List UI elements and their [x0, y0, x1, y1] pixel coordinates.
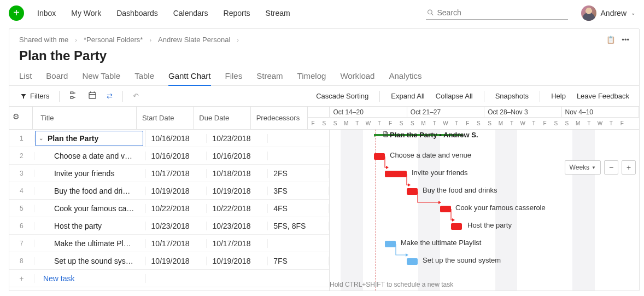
day-cell: S: [396, 118, 407, 130]
undo-icon[interactable]: ↶: [133, 92, 139, 100]
cell-due[interactable]: 10/16/2018: [207, 152, 268, 160]
col-predecessors[interactable]: Predecessors: [251, 107, 308, 129]
tab-stream[interactable]: Stream: [256, 71, 283, 85]
gear-icon[interactable]: ⚙: [13, 112, 20, 121]
more-icon[interactable]: •••: [622, 36, 629, 44]
table-row[interactable]: 6Host the party10/23/201810/23/20185FS, …: [9, 217, 329, 235]
cell-start[interactable]: 10/22/2018: [146, 204, 207, 213]
tab-newtable[interactable]: New Table: [82, 71, 120, 85]
cell-start[interactable]: 10/19/2018: [146, 257, 207, 265]
table-row[interactable]: 5Cook your famous ca…10/22/201810/22/201…: [9, 200, 329, 217]
cell-due[interactable]: 10/19/2018: [207, 257, 268, 265]
tab-analytics[interactable]: Analytics: [389, 71, 421, 85]
nav-calendars[interactable]: Calendars: [173, 9, 208, 18]
task-title[interactable]: Set up the sound sys…: [34, 257, 146, 265]
gantt-bar[interactable]: [374, 153, 385, 160]
title-cell[interactable]: ⌄Plan the Party: [35, 131, 143, 146]
gantt-toolbar: Filters ⇄ ↶ Cascade Sorting Expand All C…: [9, 86, 639, 107]
tab-timelog[interactable]: Timelog: [297, 71, 326, 85]
add-button[interactable]: +: [9, 5, 24, 21]
clipboard-icon[interactable]: 📋: [606, 36, 615, 44]
gantt-bar[interactable]: [407, 258, 418, 265]
task-title[interactable]: Buy the food and dri…: [34, 187, 146, 195]
search-input[interactable]: [437, 8, 567, 17]
tab-table[interactable]: Table: [134, 71, 154, 85]
zoom-out-button[interactable]: −: [604, 160, 618, 175]
add-row-icon[interactable]: +: [9, 274, 34, 283]
crumb-personal-folders[interactable]: *Personal Folders*: [84, 36, 143, 44]
cascade-sorting-button[interactable]: Cascade Sorting: [316, 92, 368, 100]
table-row[interactable]: 3Invite your friends10/17/201810/18/2018…: [9, 165, 329, 182]
gantt-canvas[interactable]: Plan the Party • Andrew S. Choose a date…: [330, 130, 639, 291]
cell-start[interactable]: 10/23/2018: [146, 222, 207, 230]
cell-start[interactable]: 10/19/2018: [146, 187, 207, 195]
cell-pred[interactable]: 2FS: [268, 169, 329, 178]
cell-due[interactable]: 10/18/2018: [207, 169, 268, 178]
table-row[interactable]: 1⌄Plan the Party10/16/201810/23/2018: [9, 130, 329, 147]
cell-pred[interactable]: 4FS: [268, 204, 329, 213]
help-button[interactable]: Help: [551, 92, 566, 100]
nav-reports[interactable]: Reports: [224, 9, 250, 18]
schedule-hint: Hold CTRL+SHIFT to schedule a new task: [330, 281, 453, 288]
col-title[interactable]: Title: [33, 107, 137, 129]
filters-button[interactable]: Filters: [20, 92, 49, 100]
main-panel: Shared with me› *Personal Folders*› Andr…: [9, 28, 640, 291]
snapshots-button[interactable]: Snapshots: [495, 92, 529, 100]
day-cell: T: [451, 118, 462, 130]
task-title[interactable]: Host the party: [34, 222, 146, 230]
nav-mywork[interactable]: My Work: [71, 9, 101, 18]
cell-start[interactable]: 10/16/2018: [146, 134, 207, 143]
table-row[interactable]: 7Make the ultimate Pl…10/17/201810/17/20…: [9, 235, 329, 252]
caret-down-icon[interactable]: ⌄: [39, 135, 43, 141]
col-start[interactable]: Start Date: [137, 107, 194, 129]
nav-inbox[interactable]: Inbox: [37, 9, 56, 18]
task-title[interactable]: Invite your friends: [34, 169, 146, 178]
new-task-link[interactable]: New task: [34, 274, 146, 283]
expand-tree-icon[interactable]: [69, 91, 78, 101]
gantt-bar[interactable]: [385, 171, 407, 177]
cell-due[interactable]: 10/23/2018: [207, 222, 268, 230]
cell-pred[interactable]: 3FS: [268, 187, 329, 195]
dependency-icon[interactable]: ⇄: [107, 92, 113, 100]
cell-due[interactable]: 10/23/2018: [207, 134, 268, 143]
feedback-button[interactable]: Leave Feedback: [577, 92, 629, 100]
user-menu[interactable]: Andrew ⌄: [581, 5, 635, 21]
day-cell: W: [518, 118, 529, 130]
cell-pred[interactable]: 7FS: [268, 257, 329, 265]
expand-all-button[interactable]: Expand All: [391, 92, 424, 100]
table-row[interactable]: 4Buy the food and dri…10/19/201810/19/20…: [9, 182, 329, 200]
divider: [540, 91, 540, 102]
crumb-shared[interactable]: Shared with me: [19, 36, 68, 44]
task-title[interactable]: Choose a date and v…: [34, 152, 146, 160]
cell-pred[interactable]: 5FS, 8FS: [268, 222, 329, 230]
task-title[interactable]: Cook your famous ca…: [34, 204, 146, 213]
tab-gantt[interactable]: Gantt Chart: [168, 71, 211, 86]
gantt-bar[interactable]: [407, 188, 418, 195]
tab-list[interactable]: List: [19, 71, 32, 85]
zoom-select[interactable]: Weeks ▼: [565, 160, 601, 175]
col-due[interactable]: Due Date: [194, 107, 250, 129]
tab-board[interactable]: Board: [46, 71, 68, 85]
nav-dashboards[interactable]: Dashboards: [116, 9, 158, 18]
cell-due[interactable]: 10/19/2018: [207, 187, 268, 195]
cell-start[interactable]: 10/17/2018: [146, 169, 207, 178]
table-row[interactable]: 8Set up the sound sys…10/19/201810/19/20…: [9, 252, 329, 270]
gantt-bar[interactable]: [440, 206, 451, 212]
calendar-icon[interactable]: [88, 91, 97, 101]
range-oct21: Oct 21–27: [407, 107, 484, 117]
search-box[interactable]: [426, 6, 568, 20]
zoom-in-button[interactable]: +: [622, 160, 636, 175]
cell-start[interactable]: 10/17/2018: [146, 239, 207, 248]
nav-stream[interactable]: Stream: [266, 9, 290, 18]
gantt-bar[interactable]: [451, 223, 462, 230]
gantt-bar[interactable]: [385, 241, 396, 247]
tab-files[interactable]: Files: [225, 71, 243, 85]
task-title[interactable]: Make the ultimate Pl…: [34, 239, 146, 248]
table-row[interactable]: 2Choose a date and v…10/16/201810/16/201…: [9, 147, 329, 165]
collapse-all-button[interactable]: Collapse All: [436, 92, 473, 100]
cell-start[interactable]: 10/16/2018: [146, 152, 207, 160]
cell-due[interactable]: 10/22/2018: [207, 204, 268, 213]
cell-due[interactable]: 10/17/2018: [207, 239, 268, 248]
crumb-andrew[interactable]: Andrew Slate Personal: [158, 36, 230, 44]
tab-workload[interactable]: Workload: [340, 71, 374, 85]
